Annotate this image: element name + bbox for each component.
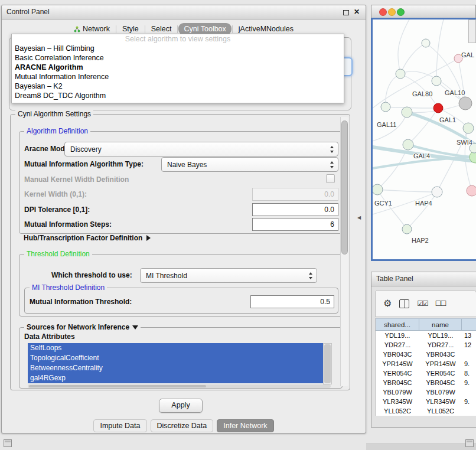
table-row[interactable]: YDL19...YDL19...13 <box>376 331 476 340</box>
table-cell: YBR045C <box>419 378 462 387</box>
table-cell: YLL052C <box>376 406 419 416</box>
attributes-scrollbar[interactable] <box>323 343 332 384</box>
algorithm-option-bayesian-k2[interactable]: Bayesian – K2 <box>12 81 344 91</box>
table-cell: 8. <box>462 369 476 378</box>
algorithm-option-dream8-dc-tdc-algorithm[interactable]: Dream8 DC_TDC Algorithm <box>12 91 344 100</box>
network-node[interactable] <box>422 39 430 47</box>
network-node[interactable] <box>463 123 474 133</box>
data-attribute-item[interactable]: SelfLoops <box>28 343 323 353</box>
threshold-type-select[interactable]: MI Threshold <box>140 268 317 283</box>
table-cell <box>462 406 476 416</box>
settings-scrollbar[interactable] <box>340 117 348 386</box>
node-label: GAL10 <box>445 89 465 96</box>
table-row[interactable]: YLL052CYLL052C <box>376 406 476 416</box>
combo-arrows-icon <box>330 161 334 168</box>
bottom-tab-discretize-data[interactable]: Discretize Data <box>151 419 214 432</box>
network-node[interactable] <box>432 76 441 86</box>
column-header[interactable]: name <box>419 319 462 330</box>
column-chooser-icon[interactable] <box>399 299 409 308</box>
table-row[interactable]: YDR27...YDR27...12 <box>376 340 476 350</box>
network-node[interactable] <box>373 184 383 195</box>
column-header[interactable]: shared... <box>376 319 419 330</box>
apply-button[interactable]: Apply <box>159 399 203 413</box>
panel-collapse-arrow[interactable]: ◀ <box>357 215 361 220</box>
dropdown-placeholder: Select algorithm to view settings <box>12 34 344 44</box>
tab-style[interactable]: Style <box>117 23 144 35</box>
dock-panel-icon-left[interactable] <box>4 439 12 447</box>
node-label: GAL4 <box>413 152 430 159</box>
network-node[interactable] <box>433 103 443 113</box>
table-panel-titlebar[interactable]: Table Panel <box>371 272 476 286</box>
deselect-all-icon[interactable]: ☐☐ <box>435 299 446 308</box>
algorithm-option-aracne-algorithm[interactable]: ARACNE Algorithm <box>12 63 344 72</box>
table-cell: YER054C <box>419 369 462 378</box>
sources-toggle[interactable]: Sources for Network Inference <box>24 323 141 331</box>
network-edge <box>398 19 409 74</box>
table-row[interactable]: YBR043CYBR043C <box>376 350 476 359</box>
dock-panel-icon-right[interactable] <box>465 439 474 447</box>
data-attribute-item[interactable]: BetweennessCentrality <box>28 363 323 373</box>
data-attribute-item[interactable]: gal4RGexp <box>28 373 323 383</box>
algorithm-option-basic-correlation-inference[interactable]: Basic Correlation Inference <box>12 53 344 63</box>
network-edge <box>377 190 407 229</box>
network-node[interactable] <box>396 69 405 79</box>
table-row[interactable]: YER054CYER054C8. <box>376 369 476 378</box>
hub-definition-toggle[interactable]: Hub/Transcription Factor Definition <box>24 234 151 242</box>
table-cell <box>462 387 476 397</box>
combo-arrows-icon <box>330 146 334 153</box>
control-panel-titlebar[interactable]: Control Panel ✕ <box>2 5 366 19</box>
scrollbar-thumb[interactable] <box>29 385 206 387</box>
select-all-icon[interactable]: ☑☑ <box>417 299 428 308</box>
network-scrollbar[interactable] <box>468 19 476 43</box>
bottom-tab-impute-data[interactable]: Impute Data <box>93 419 146 432</box>
table-row[interactable]: YBL079WYBL079W <box>376 387 476 397</box>
table-cell: YDR27... <box>376 340 419 350</box>
table-row[interactable]: YPR145WYPR145W9. <box>376 359 476 369</box>
network-node[interactable] <box>381 102 390 112</box>
tab-network[interactable]: Network <box>69 23 115 35</box>
network-window-titlebar[interactable] <box>371 5 476 19</box>
network-tab-icon <box>74 26 80 32</box>
tab-cyni-toolbox[interactable]: Cyni Toolbox <box>178 23 231 35</box>
threshold-type-value: MI Threshold <box>146 272 187 280</box>
network-edge <box>407 192 437 229</box>
tab-select[interactable]: Select <box>146 23 177 35</box>
table-settings-gear-icon[interactable]: ⚙ <box>383 299 392 308</box>
network-canvas[interactable]: GAL80GAL11GAL10GAL1SWI4GAL4GCY1HAP4HAP2G… <box>373 19 476 259</box>
table-row[interactable]: YLR345WYLR345W9. <box>376 397 476 406</box>
close-traffic-light[interactable] <box>379 8 387 16</box>
float-window-icon[interactable] <box>343 10 349 15</box>
combo-arrows-icon <box>309 272 313 279</box>
network-node[interactable] <box>402 107 412 118</box>
zoom-traffic-light[interactable] <box>397 8 405 16</box>
minimize-traffic-light[interactable] <box>388 8 396 16</box>
dpi-tolerance-input[interactable]: 0.0 <box>252 203 338 216</box>
algorithm-option-bayesian-hill-climbing[interactable]: Bayesian – Hill Climbing <box>12 44 344 53</box>
network-graph: GAL80GAL11GAL10GAL1SWI4GAL4GCY1HAP4HAP2G… <box>373 19 476 259</box>
table-row[interactable]: YBR045CYBR045C9. <box>376 378 476 387</box>
network-node[interactable] <box>467 185 476 196</box>
column-header[interactable] <box>462 319 476 330</box>
collapse-arrow-icon <box>132 325 138 330</box>
network-node[interactable] <box>459 97 472 110</box>
table-cell: YBL079W <box>419 387 462 397</box>
bottom-tab-infer-network[interactable]: Infer Network <box>217 419 273 432</box>
data-attribute-item[interactable]: TopologicalCoefficient <box>28 353 323 363</box>
mi-steps-input[interactable]: 6 <box>252 218 338 231</box>
scrollbar-thumb[interactable] <box>341 120 348 255</box>
network-node[interactable] <box>403 139 413 150</box>
mi-algorithm-type-select[interactable]: Naive Bayes <box>161 157 338 172</box>
network-node[interactable] <box>402 224 412 234</box>
tab-jactivemnodules[interactable]: jActiveMNodules <box>233 23 299 35</box>
algorithm-option-mutual-information-inference[interactable]: Mutual Information Inference <box>12 72 344 81</box>
mi-threshold-definition-group: MI Threshold Definition Mutual Informati… <box>24 288 338 314</box>
scrollbar-thumb[interactable] <box>324 344 331 383</box>
dpi-tolerance-value: 0.0 <box>324 206 334 214</box>
cyni-algorithm-settings-group: Cyni Algorithm Settings Algorithm Defini… <box>10 114 350 390</box>
close-window-icon[interactable]: ✕ <box>354 8 360 16</box>
node-label: HAP4 <box>415 200 432 207</box>
aracne-mode-select[interactable]: Discovery <box>64 142 338 156</box>
attributes-hscrollbar[interactable] <box>28 384 331 388</box>
network-node[interactable] <box>432 187 442 197</box>
mi-threshold-input[interactable]: 0.5 <box>250 295 334 308</box>
